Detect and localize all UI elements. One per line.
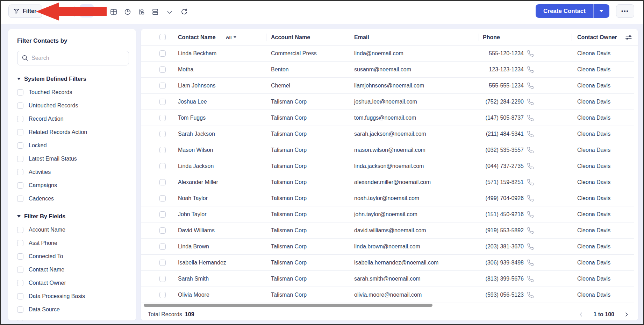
table-row[interactable]: Linda BrownTalisman Corplinda.brown@noem… <box>141 239 634 255</box>
filter-item[interactable]: Connected To <box>17 250 128 263</box>
filter-item[interactable]: Latest Email Status <box>17 152 128 165</box>
column-header-contact-owner[interactable]: Contact Owner <box>577 29 617 45</box>
cell-contact-name[interactable]: Motha <box>178 62 193 78</box>
contact-name-filter-dropdown[interactable]: All <box>226 29 236 45</box>
phone-call-icon[interactable] <box>527 50 534 57</box>
filter-checkbox[interactable] <box>17 280 23 286</box>
phone-call-icon[interactable] <box>527 243 534 250</box>
table-row[interactable]: Olivia MooreTalisman Corpolivia.moore@no… <box>141 287 634 303</box>
row-checkbox[interactable] <box>159 227 166 234</box>
filter-item[interactable]: Campaigns <box>17 179 128 192</box>
row-checkbox[interactable] <box>159 211 166 218</box>
phone-call-icon[interactable] <box>527 291 534 298</box>
cell-contact-name[interactable]: Sarah Jackson <box>178 126 215 142</box>
row-checkbox[interactable] <box>159 83 166 89</box>
row-checkbox[interactable] <box>159 66 166 73</box>
filter-checkbox[interactable] <box>17 227 23 233</box>
table-row[interactable]: Sarah SmithTalisman Corpsarah.smith@noem… <box>141 271 634 287</box>
phone-call-icon[interactable] <box>527 66 534 73</box>
view-option-icon[interactable] <box>97 6 106 15</box>
phone-call-icon[interactable] <box>527 275 534 282</box>
filter-checkbox[interactable] <box>17 240 23 246</box>
row-checkbox[interactable] <box>159 147 166 153</box>
column-header-email[interactable]: Email <box>354 29 369 45</box>
selected-view-button[interactable] <box>80 4 94 17</box>
row-checkbox[interactable] <box>159 260 166 266</box>
phone-call-icon[interactable] <box>527 130 534 137</box>
filter-checkbox[interactable] <box>17 89 23 96</box>
filter-item[interactable]: Date of Birth <box>17 316 128 321</box>
filter-checkbox[interactable] <box>17 196 23 202</box>
phone-call-icon[interactable] <box>527 211 534 218</box>
filter-checkbox[interactable] <box>17 293 23 299</box>
phone-call-icon[interactable] <box>527 163 534 170</box>
filter-checkbox[interactable] <box>17 129 23 135</box>
table-row[interactable]: Tom FuggsTalisman Corptom.fuggs@noemail.… <box>141 110 634 126</box>
table-row[interactable]: Alexander MillerTalisman Corpalexander.m… <box>141 174 634 190</box>
create-contact-dropdown-button[interactable] <box>593 4 609 18</box>
cell-contact-name[interactable]: Linda Jackson <box>178 158 214 174</box>
row-checkbox[interactable] <box>159 276 166 282</box>
table-view-icon[interactable] <box>109 8 118 16</box>
refresh-icon[interactable] <box>180 8 188 16</box>
filter-checkbox[interactable] <box>17 142 23 149</box>
chevron-down-icon[interactable] <box>166 8 173 16</box>
cell-contact-name[interactable]: Alexander Miller <box>178 174 218 190</box>
filter-item[interactable]: Data Processing Basis <box>17 290 128 303</box>
row-checkbox[interactable] <box>159 99 166 105</box>
filter-item[interactable]: Locked <box>17 139 128 152</box>
next-page-icon[interactable] <box>623 311 630 318</box>
filter-item[interactable]: Contact Owner <box>17 276 128 290</box>
phone-call-icon[interactable] <box>527 195 534 202</box>
filter-checkbox[interactable] <box>17 306 23 313</box>
cell-contact-name[interactable]: Noah Taylor <box>178 190 208 206</box>
table-row[interactable]: John TaylorTalisman Corpjohn.taylor@noem… <box>141 206 634 222</box>
phone-call-icon[interactable] <box>527 259 534 266</box>
timeline-view-icon[interactable] <box>137 8 145 16</box>
cell-contact-name[interactable]: Liam Johnsons <box>178 78 216 94</box>
filter-item[interactable]: Data Source <box>17 303 128 316</box>
filter-button[interactable]: Filter <box>8 5 42 18</box>
search-input[interactable] <box>17 51 129 65</box>
filter-item[interactable]: Touched Records <box>17 86 128 99</box>
row-checkbox[interactable] <box>159 243 166 250</box>
table-row[interactable]: Sarah JacksonTalisman Corpsarah.jackson@… <box>141 126 634 142</box>
cell-contact-name[interactable]: Olivia Moore <box>178 287 209 303</box>
create-contact-button[interactable]: Create Contact <box>536 4 593 18</box>
more-options-button[interactable]: ••• <box>616 4 634 18</box>
column-header-contact-name[interactable]: Contact Name <box>178 29 216 45</box>
filter-item[interactable]: Record Action <box>17 112 128 126</box>
cell-contact-name[interactable]: David Williams <box>178 222 215 239</box>
table-row[interactable]: Liam JohnsonsChemelliamjohnsons@noemail.… <box>141 78 634 94</box>
filter-section-header[interactable]: Filter By Fields <box>17 212 128 220</box>
table-row[interactable]: Isabella HernandezTalisman Corpisabella.… <box>141 255 634 271</box>
table-row[interactable]: Joshua LeeTalisman Corpjoshua.lee@noemai… <box>141 94 634 110</box>
table-row[interactable]: Mason WilsonTalisman Corpmason.wilson@no… <box>141 142 634 158</box>
filter-item[interactable]: Activities <box>17 165 128 179</box>
previous-page-icon[interactable] <box>578 311 584 318</box>
filter-checkbox[interactable] <box>17 253 23 260</box>
cell-contact-name[interactable]: John Taylor <box>178 206 207 222</box>
table-row[interactable]: MothaBentonsusanm@noemail.com123-123-123… <box>141 62 634 78</box>
row-checkbox[interactable] <box>159 131 166 137</box>
filter-item[interactable]: Contact Name <box>17 263 128 276</box>
row-checkbox[interactable] <box>159 179 166 185</box>
filter-item[interactable]: Untouched Records <box>17 99 128 112</box>
chart-view-icon[interactable] <box>123 8 132 16</box>
filter-checkbox[interactable] <box>17 103 23 109</box>
cell-contact-name[interactable]: Joshua Lee <box>178 94 207 110</box>
rows-view-icon[interactable] <box>151 8 159 16</box>
filter-checkbox[interactable] <box>17 182 23 189</box>
table-row[interactable]: Linda BeckhamCommercial Presslinda@noema… <box>141 45 634 62</box>
filter-item[interactable]: Account Name <box>17 223 128 236</box>
cell-contact-name[interactable]: Linda Beckham <box>178 45 216 62</box>
phone-call-icon[interactable] <box>527 98 534 105</box>
horizontal-scrollbar[interactable] <box>144 304 432 307</box>
table-row[interactable]: Noah TaylorTalisman Corpnoah.taylor@noem… <box>141 190 634 206</box>
filter-section-header[interactable]: System Defined Filters <box>17 75 128 83</box>
table-row[interactable]: David WilliamsTalisman Corpdavid.william… <box>141 222 634 239</box>
filter-checkbox[interactable] <box>17 156 23 162</box>
column-header-account-name[interactable]: Account Name <box>271 29 310 45</box>
cell-contact-name[interactable]: Mason Wilson <box>178 142 213 158</box>
filter-checkbox[interactable] <box>17 116 23 122</box>
